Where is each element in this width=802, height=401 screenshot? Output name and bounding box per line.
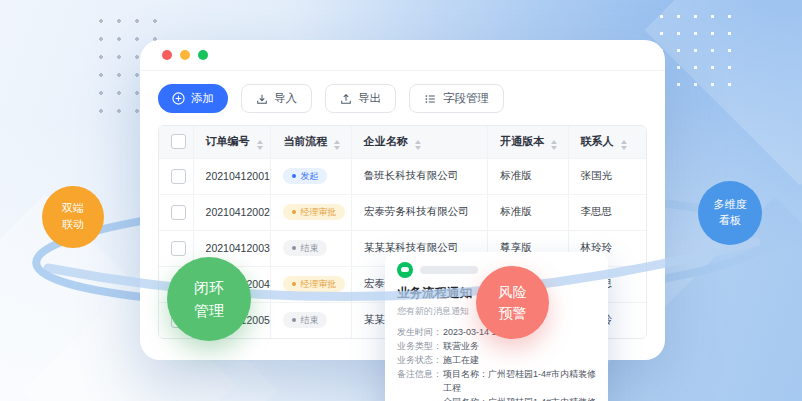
bubble-text: 看板 [719, 213, 741, 229]
contact-name: 张国光 [581, 169, 613, 181]
import-button-label: 导入 [274, 91, 297, 106]
column-header[interactable]: 订单编号 [193, 126, 271, 158]
version-cell: 标准版 [488, 158, 568, 194]
contact-name-cell: 李思思 [568, 194, 646, 230]
order-number-cell: 20210412002 [193, 194, 271, 230]
sort-icon[interactable] [551, 140, 557, 150]
notification-field: 业务类型：联营业务 [397, 339, 596, 353]
select-all-checkbox[interactable] [171, 134, 186, 149]
order-number: 20210412001 [206, 170, 270, 182]
notification-fields: 发生时间：2023-03-14 14:20业务类型：联营业务业务状态：施工在建备… [397, 325, 596, 401]
column-header[interactable]: 企业名称 [351, 126, 487, 158]
column-header-label: 开通版本 [500, 135, 544, 147]
process-cell: 经理审批 [271, 194, 351, 230]
bubble-text: 多维度 [714, 197, 747, 213]
select-all-cell [159, 126, 193, 158]
process-status-badge: 经理审批 [283, 204, 345, 220]
minimize-window-icon[interactable] [180, 50, 190, 60]
field-value: 施工在建 [443, 353, 479, 367]
status-dot-icon [292, 318, 296, 322]
plus-circle-icon [172, 92, 185, 105]
export-icon [340, 93, 352, 105]
bubble-text: 联动 [62, 217, 84, 233]
decor-diagonal-shape [644, 0, 802, 186]
process-cell: 结束 [271, 230, 351, 266]
field-value-line: 合同名称：广州碧桂园1-4#市内精装修工程龙骨采购合同 [443, 395, 596, 401]
company-name-cell: 鲁班长科技有限公司 [351, 158, 487, 194]
process-cell: 结束 [271, 302, 351, 338]
feature-bubble-risk-alert: 风险 预警 [476, 266, 549, 339]
window-titlebar [140, 40, 665, 71]
process-status-label: 结束 [300, 316, 318, 325]
feature-bubble-closed-loop: 闭环 管理 [167, 257, 251, 341]
add-button-label: 添加 [191, 91, 214, 106]
column-header[interactable]: 当前流程 [271, 126, 351, 158]
status-dot-icon [292, 282, 296, 286]
process-status-badge: 发起 [283, 168, 327, 184]
field-management-button[interactable]: 字段管理 [409, 84, 504, 113]
placeholder-bar [420, 266, 478, 274]
column-header-label: 企业名称 [364, 135, 408, 147]
table-row[interactable]: 20210412002经理审批宏泰劳务科技有限公司标准版李思思 [159, 194, 646, 230]
field-value-line: 项目名称：广州碧桂园1-4#市内精装修工程 [443, 367, 596, 395]
field-label: 发生时间： [397, 325, 443, 339]
column-header-label: 当前流程 [283, 135, 327, 147]
process-status-badge: 结束 [283, 312, 327, 328]
bubble-text: 管理 [194, 299, 224, 322]
bubble-text: 闭环 [194, 276, 224, 299]
table-header-row: 订单编号当前流程企业名称开通版本联系人 [159, 126, 646, 158]
sort-icon[interactable] [257, 140, 263, 150]
field-management-button-label: 字段管理 [443, 91, 489, 106]
maximize-window-icon[interactable] [198, 50, 208, 60]
process-cell: 经理审批 [271, 266, 351, 302]
feature-bubble-dual-linkage: 双端 联动 [42, 186, 104, 248]
table-row[interactable]: 20210412001发起鲁班长科技有限公司标准版张国光 [159, 158, 646, 194]
row-select-cell [159, 230, 193, 266]
company-name: 鲁班长科技有限公司 [364, 169, 459, 181]
column-header-label: 联系人 [581, 135, 614, 147]
toolbar: 添加 导入 导出 字段管理 [140, 71, 665, 113]
sort-icon[interactable] [334, 140, 340, 150]
company-name: 宏泰劳务科技有限公司 [364, 205, 469, 217]
list-settings-icon [424, 93, 437, 105]
row-checkbox[interactable] [171, 169, 186, 184]
version: 标准版 [500, 205, 532, 217]
sort-icon[interactable] [621, 140, 627, 150]
contact-name: 李思思 [581, 205, 613, 217]
sort-icon[interactable] [415, 140, 421, 150]
contact-name-cell: 张国光 [568, 158, 646, 194]
column-header[interactable]: 联系人 [568, 126, 646, 158]
process-cell: 发起 [271, 158, 351, 194]
order-number-cell: 20210412001 [193, 158, 271, 194]
bubble-text: 双端 [62, 201, 84, 217]
row-checkbox[interactable] [171, 205, 186, 220]
process-status-label: 经理审批 [300, 208, 336, 217]
row-checkbox[interactable] [171, 241, 186, 256]
notification-field: 业务状态：施工在建 [397, 353, 596, 367]
field-value-multiline: 项目名称：广州碧桂园1-4#市内精装修工程合同名称：广州碧桂园1-4#市内精装修… [443, 367, 596, 401]
chat-app-icon [397, 262, 413, 278]
process-status-badge: 结束 [283, 240, 327, 256]
close-window-icon[interactable] [162, 50, 172, 60]
process-status-label: 结束 [300, 244, 318, 253]
version-cell: 标准版 [488, 194, 568, 230]
import-button[interactable]: 导入 [241, 84, 312, 113]
column-header[interactable]: 开通版本 [488, 126, 568, 158]
order-number: 20210412002 [206, 206, 270, 218]
feature-bubble-multidim-board: 多维度 看板 [698, 181, 762, 245]
export-button-label: 导出 [358, 91, 381, 106]
order-number: 20210412003 [206, 242, 270, 254]
status-dot-icon [292, 210, 296, 214]
process-status-label: 发起 [300, 172, 318, 181]
version: 标准版 [500, 169, 532, 181]
add-button[interactable]: 添加 [158, 84, 228, 113]
field-label: 业务类型： [397, 339, 443, 353]
status-dot-icon [292, 174, 296, 178]
bubble-text: 预警 [499, 303, 527, 324]
export-button[interactable]: 导出 [325, 84, 396, 113]
row-select-cell [159, 158, 193, 194]
row-select-cell [159, 194, 193, 230]
process-status-label: 经理审批 [300, 280, 336, 289]
process-status-badge: 经理审批 [283, 276, 345, 292]
bubble-text: 风险 [499, 282, 527, 303]
